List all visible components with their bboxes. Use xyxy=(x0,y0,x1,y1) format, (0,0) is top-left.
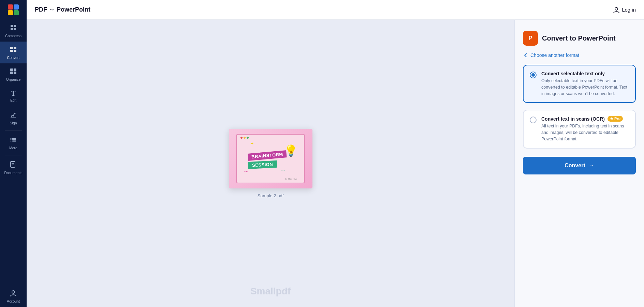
organize-icon xyxy=(10,67,17,76)
svg-point-15 xyxy=(11,140,12,141)
sidebar-item-convert[interactable]: Convert xyxy=(0,42,27,63)
dot-red xyxy=(240,137,243,139)
back-link-label: Choose another format xyxy=(530,52,579,58)
option2-desc: All text in your PDFs, including text in… xyxy=(541,123,629,142)
pdf-thumbnail-wrapper: BRAINSTORM SESSION ✦ 💡 ~ ⌒ by Slide Hive… xyxy=(229,129,312,198)
convert-label: Convert xyxy=(7,56,20,60)
sidebar-item-compress[interactable]: Compress xyxy=(0,20,27,42)
watermark: Smallpdf xyxy=(250,286,291,297)
dot-yellow xyxy=(244,137,246,139)
file-name: Sample 2.pdf xyxy=(258,193,284,198)
convert-btn-label: Convert xyxy=(565,163,585,169)
star-decoration: ✦ xyxy=(250,141,254,146)
account-label: Account xyxy=(7,299,20,303)
svg-rect-2 xyxy=(11,28,13,30)
svg-point-14 xyxy=(11,139,12,140)
right-panel: P Convert to PowerPoint Choose another f… xyxy=(514,20,644,307)
svg-rect-16 xyxy=(12,138,16,139)
nav-divider-2 xyxy=(5,155,22,155)
sidebar-item-sign[interactable]: Sign xyxy=(0,107,27,129)
svg-rect-1 xyxy=(14,25,16,27)
app-header: PDF ↔ PowerPoint Log in xyxy=(27,0,644,20)
preview-pane: BRAINSTORM SESSION ✦ 💡 ~ ⌒ by Slide Hive… xyxy=(27,20,514,307)
compress-icon xyxy=(10,24,17,32)
brainstorm-text: BRAINSTORM xyxy=(248,150,287,161)
svg-rect-6 xyxy=(10,50,13,52)
logo-yellow-cell xyxy=(8,10,13,15)
convert-button[interactable]: Convert → xyxy=(523,157,636,174)
nav-divider xyxy=(5,130,22,131)
option1-desc: Only selectable text in your PDFs will b… xyxy=(541,78,629,97)
documents-icon xyxy=(10,161,17,169)
pro-badge: ★ Pro xyxy=(608,116,623,122)
radio-option2[interactable] xyxy=(530,117,537,123)
main-area: PDF ↔ PowerPoint Log in xyxy=(27,0,644,307)
svg-rect-5 xyxy=(14,47,16,49)
account-icon xyxy=(10,289,17,298)
svg-rect-3 xyxy=(14,28,16,30)
dot-green xyxy=(247,137,249,139)
sidebar-item-more[interactable]: More xyxy=(0,132,27,154)
svg-rect-8 xyxy=(10,68,13,71)
app-logo[interactable] xyxy=(0,0,27,20)
byline-text: by Slide Hive xyxy=(285,178,297,180)
convert-icon xyxy=(10,46,17,54)
more-label: More xyxy=(9,146,17,150)
panel-header: P Convert to PowerPoint xyxy=(523,31,636,46)
logo-red-cell xyxy=(8,4,13,10)
sign-icon xyxy=(10,111,17,120)
login-button[interactable]: Log in xyxy=(613,6,636,13)
svg-rect-4 xyxy=(10,47,13,49)
svg-rect-17 xyxy=(12,139,16,140)
svg-point-24 xyxy=(615,7,618,10)
back-arrow-icon xyxy=(523,52,528,58)
login-label: Log in xyxy=(622,7,636,13)
edit-icon: T xyxy=(11,90,15,97)
svg-rect-0 xyxy=(11,25,13,27)
radio-option1[interactable] xyxy=(530,72,537,78)
sign-label: Sign xyxy=(10,121,17,125)
sidebar-item-organize[interactable]: Organize xyxy=(0,63,27,85)
option1-text: Convert selectable text only Only select… xyxy=(541,71,629,97)
compress-label: Compress xyxy=(5,34,21,38)
sidebar-item-account[interactable]: Account xyxy=(0,285,27,307)
option-selectable-text[interactable]: Convert selectable text only Only select… xyxy=(523,65,636,103)
edit-label: Edit xyxy=(10,98,16,102)
option2-title: Convert text in scans (OCR) ★ Pro xyxy=(541,116,629,122)
squiggle-decoration: ~ xyxy=(244,168,248,176)
option2-text: Convert text in scans (OCR) ★ Pro All te… xyxy=(541,116,629,142)
svg-rect-11 xyxy=(14,72,16,74)
ppt-letter: P xyxy=(528,35,532,42)
radio-inner-1 xyxy=(531,73,535,77)
content-area: BRAINSTORM SESSION ✦ 💡 ~ ⌒ by Slide Hive… xyxy=(27,20,644,307)
slide-inner: BRAINSTORM SESSION ✦ 💡 ~ ⌒ by Slide Hive xyxy=(236,134,305,183)
sidebar-item-documents[interactable]: Documents xyxy=(0,157,27,179)
svg-point-23 xyxy=(12,291,15,293)
svg-rect-9 xyxy=(14,68,16,71)
session-text: SESSION xyxy=(248,160,277,169)
documents-label: Documents xyxy=(4,171,22,175)
squiggle2-decoration: ⌒ xyxy=(281,169,285,175)
slide-preview: BRAINSTORM SESSION ✦ 💡 ~ ⌒ by Slide Hive xyxy=(229,129,312,188)
option-ocr-text[interactable]: Convert text in scans (OCR) ★ Pro All te… xyxy=(523,110,636,148)
convert-arrow-icon: → xyxy=(589,163,594,169)
user-icon xyxy=(613,6,620,13)
sidebar: Compress Convert Organize T Edit xyxy=(0,0,27,307)
logo-green-cell xyxy=(14,10,19,15)
svg-point-13 xyxy=(11,138,12,139)
more-icon xyxy=(10,136,17,144)
sidebar-item-edit[interactable]: T Edit xyxy=(0,85,27,107)
svg-rect-19 xyxy=(11,162,15,167)
svg-rect-18 xyxy=(12,140,16,141)
slide-dots xyxy=(240,137,249,139)
back-link[interactable]: Choose another format xyxy=(523,52,636,58)
pdf-thumbnail: BRAINSTORM SESSION ✦ 💡 ~ ⌒ by Slide Hive xyxy=(229,129,312,188)
panel-title: Convert to PowerPoint xyxy=(542,34,616,42)
organize-label: Organize xyxy=(6,77,21,81)
logo-blue-cell xyxy=(14,4,19,10)
bulb-icon: 💡 xyxy=(284,144,298,157)
page-title: PDF ↔ PowerPoint xyxy=(35,6,90,13)
powerpoint-icon: P xyxy=(523,31,538,46)
option2-title-text: Convert text in scans (OCR) xyxy=(541,116,605,122)
svg-rect-10 xyxy=(10,72,13,74)
